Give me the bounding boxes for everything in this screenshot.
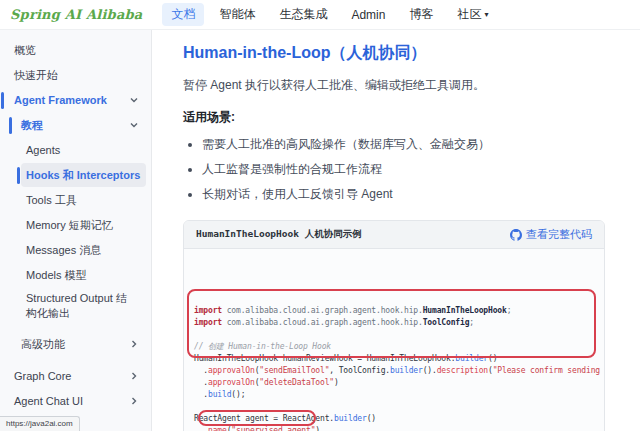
dropdown-caret-icon: ▾ <box>484 11 488 19</box>
chevron-right-icon <box>129 396 139 406</box>
sidebar-item-label: Tools 工具 <box>26 193 77 208</box>
sidebar-item-structured-output[interactable]: Structured Output 结构化输出 <box>0 288 151 324</box>
main-content: Human-in-the-Loop（人机协同） 暂停 Agent 执行以获得人工… <box>152 30 640 431</box>
nav-item-admin[interactable]: Admin <box>342 5 394 25</box>
nav-item-agents[interactable]: 智能体 <box>210 3 264 26</box>
list-item: 人工监督是强制性的合规工作流程 <box>202 161 628 178</box>
top-nav: 文档 智能体 生态集成 Admin 博客 社区 ▾ <box>162 3 497 26</box>
sidebar-item-agents[interactable]: Agents <box>0 138 151 162</box>
sidebar-item-label: Models 模型 <box>26 268 87 283</box>
sidebar-item-tutorials[interactable]: 教程 <box>0 113 151 137</box>
nav-item-label: 文档 <box>171 6 195 23</box>
list-item: 长期对话，使用人工反馈引导 Agent <box>202 186 628 203</box>
topbar: Spring AI Alibaba 文档 智能体 生态集成 Admin 博客 社… <box>0 0 640 30</box>
sidebar-item-label: Agents <box>26 144 60 156</box>
sidebar-item-memory[interactable]: Memory 短期记忆 <box>0 213 151 237</box>
list-item: 需要人工批准的高风险操作（数据库写入、金融交易） <box>202 136 628 153</box>
view-full-code-label: 查看完整代码 <box>526 227 592 242</box>
sidebar-item-agent-chat-ui[interactable]: Agent Chat UI <box>0 389 151 413</box>
sidebar-item-label: Graph Core <box>14 370 71 382</box>
active-item-bar <box>17 167 20 184</box>
chevron-down-icon <box>129 95 139 105</box>
sidebar-item-label: Structured Output 结构化输出 <box>26 291 135 321</box>
sidebar-item-overview[interactable]: 概览 <box>0 38 151 62</box>
scenarios-label: 适用场景: <box>183 109 628 126</box>
sidebar-item-label: 教程 <box>21 118 43 133</box>
link-preview-tooltip: https://java2ai.com <box>0 416 80 431</box>
sidebar-item-label: Hooks 和 Interceptors <box>26 168 140 183</box>
code-example-card: HumanInTheLoopHook 人机协同示例 查看完整代码 import … <box>183 220 605 431</box>
nav-item-label: 智能体 <box>219 6 255 23</box>
scenario-list: 需要人工批准的高风险操作（数据库写入、金融交易） 人工监督是强制性的合规工作流程… <box>183 136 628 203</box>
chevron-down-icon <box>129 120 139 130</box>
sidebar-item-quickstart[interactable]: 快速开始 <box>0 63 151 87</box>
code-card-header: HumanInTheLoopHook 人机协同示例 查看完整代码 <box>184 221 604 249</box>
sidebar-item-label: Memory 短期记忆 <box>26 218 113 233</box>
nav-item-blog[interactable]: 博客 <box>400 3 442 26</box>
nav-item-label: 生态集成 <box>279 6 327 23</box>
active-section-bar <box>1 92 4 109</box>
nav-item-ecosystem[interactable]: 生态集成 <box>270 3 336 26</box>
chevron-right-icon <box>129 339 139 349</box>
view-full-code-link[interactable]: 查看完整代码 <box>510 227 592 242</box>
sidebar-item-label: Messages 消息 <box>26 243 101 258</box>
intro-text: 暂停 Agent 执行以获得人工批准、编辑或拒绝工具调用。 <box>183 77 628 94</box>
brand-logo: Spring AI Alibaba <box>10 7 142 22</box>
nav-item-label: 博客 <box>409 6 433 23</box>
sidebar-item-tools[interactable]: Tools 工具 <box>0 188 151 212</box>
sidebar: 概览 快速开始 Agent Framework 教程 Agents Hooks … <box>0 30 152 431</box>
code-block: import com.alibaba.cloud.ai.graph.agent.… <box>184 249 604 431</box>
nav-item-community[interactable]: 社区 ▾ <box>448 3 497 26</box>
chevron-right-icon <box>129 371 139 381</box>
sidebar-item-agent-framework[interactable]: Agent Framework <box>0 88 151 112</box>
sidebar-item-messages[interactable]: Messages 消息 <box>0 238 151 262</box>
nav-item-label: Admin <box>351 8 385 22</box>
code-card-title: HumanInTheLoopHook 人机协同示例 <box>196 228 362 241</box>
sidebar-item-models[interactable]: Models 模型 <box>0 263 151 287</box>
nav-item-docs[interactable]: 文档 <box>162 3 204 26</box>
sidebar-item-graph-core[interactable]: Graph Core <box>0 364 151 388</box>
active-section-bar <box>9 117 12 134</box>
sidebar-item-advanced[interactable]: 高级功能 <box>0 332 151 356</box>
github-icon <box>510 229 522 241</box>
page-title: Human-in-the-Loop（人机协同） <box>183 43 628 64</box>
nav-item-label: 社区 <box>457 6 481 23</box>
sidebar-item-hooks-interceptors[interactable]: Hooks 和 Interceptors <box>0 163 151 187</box>
sidebar-item-label: 概览 <box>14 43 36 58</box>
sidebar-item-label: 快速开始 <box>14 68 58 83</box>
sidebar-item-label: Agent Framework <box>14 94 107 106</box>
sidebar-item-label: Agent Chat UI <box>14 395 83 407</box>
sidebar-item-label: 高级功能 <box>21 337 65 352</box>
